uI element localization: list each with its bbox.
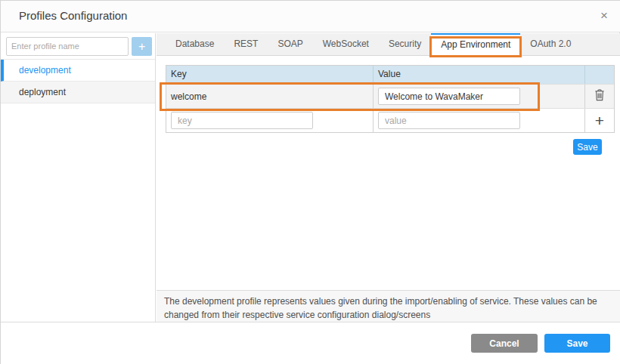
tab-database[interactable]: Database [166, 33, 224, 56]
tab-oauth[interactable]: OAuth 2.0 [520, 33, 581, 56]
dialog-action-bar: Cancel Save [1, 322, 620, 364]
profile-description-note: The development profile represents value… [157, 290, 620, 322]
key-cell: welcome [166, 85, 374, 109]
add-row-button[interactable]: + [588, 110, 611, 132]
table-save-button[interactable]: Save [573, 139, 602, 155]
dialog-title: Profiles Configuration [19, 9, 127, 22]
action-cell [585, 85, 614, 108]
tab-soap[interactable]: SOAP [268, 33, 312, 56]
table-row-new: + [166, 108, 614, 132]
new-action-cell: + [585, 110, 614, 132]
table-header-row: Key Value [166, 66, 614, 84]
main-panel: Database REST SOAP WebSocket Security Ap… [157, 33, 620, 290]
profile-name-input[interactable] [6, 37, 129, 56]
app-environment-table: Key Value welcome [166, 65, 615, 133]
value-input-welcome[interactable] [378, 88, 520, 105]
new-key-input[interactable] [171, 112, 313, 129]
tab-websocket[interactable]: WebSocket [313, 33, 379, 56]
add-profile-button[interactable]: + [132, 37, 152, 56]
tab-security[interactable]: Security [379, 33, 431, 56]
dialog-header: Profiles Configuration × [1, 1, 620, 32]
tab-rest[interactable]: REST [224, 33, 268, 56]
column-header-key: Key [166, 66, 374, 84]
profiles-sidebar: + development deployment [1, 33, 156, 322]
column-header-value: Value [374, 66, 585, 84]
new-key-cell [166, 109, 374, 133]
new-value-input[interactable] [378, 112, 520, 129]
value-cell [374, 85, 585, 109]
profiles-configuration-dialog: Profiles Configuration × + development d… [0, 0, 620, 364]
close-icon[interactable]: × [595, 7, 613, 25]
sidebar-item-development[interactable]: development [1, 60, 155, 82]
delete-row-button[interactable] [588, 85, 611, 108]
trash-icon [594, 89, 605, 103]
tab-app-environment-label: App Environment [441, 39, 510, 50]
sidebar-item-deployment[interactable]: deployment [1, 82, 155, 103]
table-row-welcome: welcome [166, 84, 614, 108]
profile-add-row: + [1, 33, 155, 60]
tab-bar: Database REST SOAP WebSocket Security Ap… [157, 33, 620, 56]
column-header-actions [585, 66, 614, 84]
cancel-button[interactable]: Cancel [471, 334, 538, 353]
new-value-cell [374, 109, 585, 133]
plus-icon: + [595, 113, 604, 128]
save-button[interactable]: Save [544, 334, 610, 353]
tab-app-environment[interactable]: App Environment [431, 33, 520, 57]
